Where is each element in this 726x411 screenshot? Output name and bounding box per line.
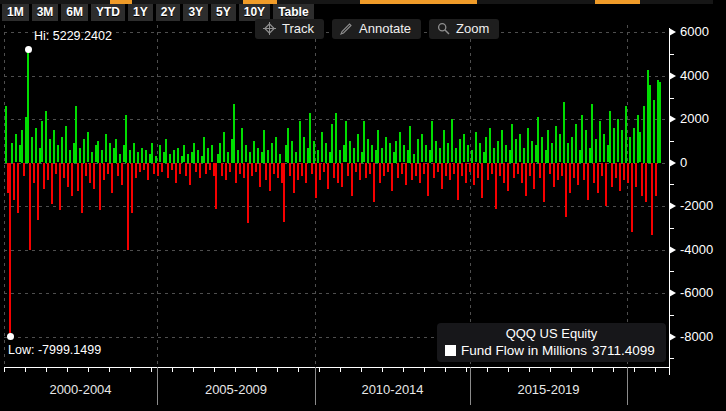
flow-bar xyxy=(383,163,385,176)
range-button-3m[interactable]: 3M xyxy=(32,4,59,21)
flow-bar xyxy=(591,104,593,163)
flow-bar xyxy=(93,163,95,189)
flow-bar xyxy=(61,137,63,163)
flow-bar xyxy=(549,163,551,174)
flow-bar xyxy=(447,143,449,163)
flow-bar xyxy=(317,150,319,163)
x-minor-tick xyxy=(193,368,194,372)
flow-bar xyxy=(457,163,459,200)
gridline-h xyxy=(4,250,669,251)
range-button-2y[interactable]: 2Y xyxy=(156,4,181,21)
flow-bar xyxy=(557,163,559,180)
flow-bar xyxy=(453,163,455,174)
flow-bar xyxy=(145,150,147,163)
range-button-6m[interactable]: 6M xyxy=(61,4,88,21)
flow-bar xyxy=(91,152,93,163)
flow-bar xyxy=(77,163,79,191)
flow-bar xyxy=(449,163,451,180)
flow-bar xyxy=(491,163,493,174)
flow-bar xyxy=(521,163,523,183)
flow-bar xyxy=(459,139,461,163)
flow-bar xyxy=(225,163,227,180)
flow-bar xyxy=(295,152,297,163)
flow-bar xyxy=(641,163,643,196)
flow-bar xyxy=(653,100,655,163)
flow-bar xyxy=(115,139,117,163)
flow-bar xyxy=(629,137,631,163)
flow-bar xyxy=(599,121,601,162)
flow-bar xyxy=(235,163,237,183)
range-button-3y[interactable]: 3Y xyxy=(183,4,208,21)
x-minor-tick xyxy=(4,368,5,372)
zoom-button[interactable]: Zoom xyxy=(429,19,499,39)
flow-bar xyxy=(437,163,439,172)
active-tab-fragment xyxy=(595,0,640,4)
flow-bar xyxy=(381,148,383,163)
annotate-button-label: Annotate xyxy=(359,21,411,36)
flow-bar xyxy=(613,128,615,163)
track-button[interactable]: Track xyxy=(255,19,324,39)
x-minor-tick xyxy=(277,368,278,372)
pencil-icon xyxy=(340,22,353,35)
flow-bar xyxy=(63,163,65,178)
flow-bar xyxy=(631,163,633,232)
flow-bar xyxy=(659,82,661,163)
flow-bar xyxy=(85,163,87,176)
flow-bar xyxy=(185,163,187,176)
flow-bar xyxy=(245,145,247,162)
flow-bar xyxy=(313,141,315,163)
flow-bar xyxy=(227,152,229,163)
flow-bar xyxy=(337,163,339,183)
range-button-1m[interactable]: 1M xyxy=(2,4,29,21)
flow-bar xyxy=(301,163,303,176)
flow-bar xyxy=(37,163,39,220)
flow-bar xyxy=(175,163,177,183)
flow-bar xyxy=(417,139,419,163)
flow-bar xyxy=(169,154,171,163)
x-minor-tick xyxy=(571,368,572,372)
flow-bar xyxy=(135,163,137,178)
flow-bar xyxy=(415,163,417,176)
flow-bar xyxy=(251,163,253,176)
y-tick-arrow xyxy=(669,333,676,341)
x-minor-tick xyxy=(361,368,362,372)
flow-bar xyxy=(377,130,379,163)
flow-bar xyxy=(403,145,405,162)
flow-bar xyxy=(335,113,337,163)
flow-bar xyxy=(397,163,399,178)
x-minor-tick xyxy=(130,368,131,372)
range-button-5y[interactable]: 5Y xyxy=(211,4,236,21)
flow-bar xyxy=(69,150,71,163)
flow-bar xyxy=(291,141,293,163)
crosshair-icon xyxy=(263,22,276,35)
x-minor-tick xyxy=(592,368,593,372)
flow-bar xyxy=(379,163,381,183)
flow-bar xyxy=(503,163,505,183)
flow-bar xyxy=(109,143,111,163)
flow-bar xyxy=(351,163,353,196)
x-minor-tick xyxy=(88,368,89,372)
flow-bar xyxy=(573,163,575,178)
flow-bar xyxy=(585,130,587,163)
flow-bar xyxy=(389,143,391,163)
flow-bar xyxy=(255,163,257,172)
y-tick-arrow xyxy=(669,289,676,297)
series-swatch-icon xyxy=(445,345,456,356)
flow-bar xyxy=(189,163,191,185)
flow-bar xyxy=(259,163,261,187)
annotate-button[interactable]: Annotate xyxy=(332,19,421,39)
range-button-ytd[interactable]: YTD xyxy=(91,4,125,21)
flow-bar xyxy=(299,121,301,162)
flow-bar xyxy=(605,163,607,206)
bloomberg-chart-window: 1M3M6MYTD1Y2Y3Y5Y10YTable Track Annotate xyxy=(0,0,726,411)
x-minor-tick xyxy=(508,368,509,372)
flow-bar xyxy=(495,163,497,209)
y-tick-arrow xyxy=(669,28,676,36)
range-button-1y[interactable]: 1Y xyxy=(128,4,153,21)
flow-bar xyxy=(405,163,407,185)
flow-bar xyxy=(197,150,199,163)
x-minor-tick xyxy=(46,368,47,372)
flow-bar xyxy=(287,128,289,163)
flow-bar xyxy=(269,163,271,191)
chart-legend[interactable]: QQQ US Equity Fund Flow in Millions 3711… xyxy=(437,323,666,362)
